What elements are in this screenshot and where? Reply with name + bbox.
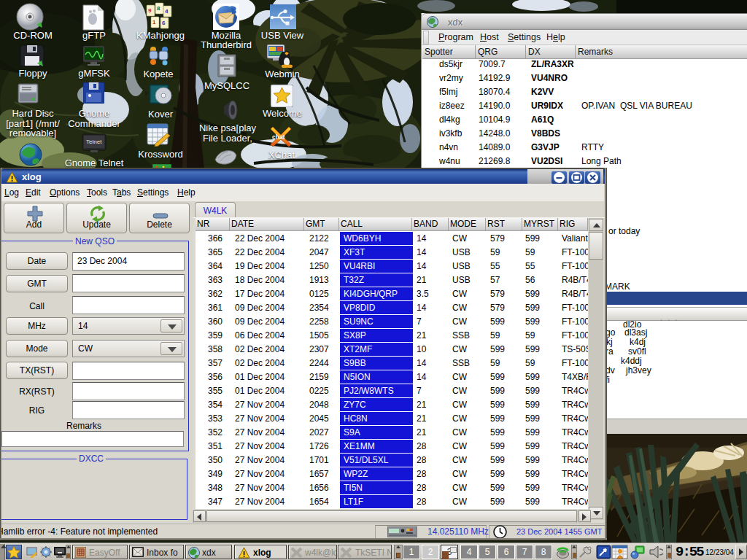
svg-text:Telnet: Telnet [86, 139, 102, 145]
svg-text:4: 4 [165, 8, 169, 15]
svg-text:chat: chat [272, 133, 285, 141]
svg-text:8: 8 [157, 5, 160, 12]
svg-text:6: 6 [162, 20, 166, 26]
svg-text:9: 9 [148, 7, 152, 14]
svg-text:1: 1 [152, 19, 156, 26]
